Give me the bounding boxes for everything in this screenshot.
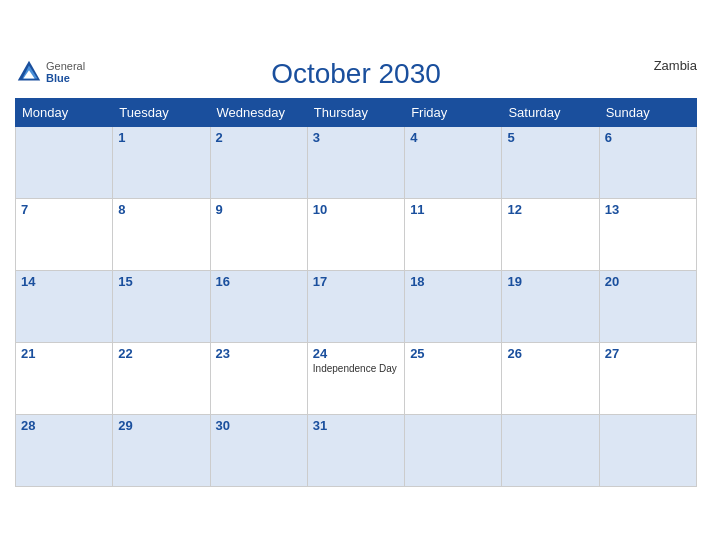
day-number: 24 (313, 346, 399, 361)
calendar-cell: 13 (599, 199, 696, 271)
calendar-week-4: 21222324Independence Day252627 (16, 343, 697, 415)
weekday-header-row: Monday Tuesday Wednesday Thursday Friday… (16, 99, 697, 127)
header-monday: Monday (16, 99, 113, 127)
logo-text: General Blue (46, 60, 85, 84)
day-number: 7 (21, 202, 107, 217)
calendar-cell (502, 415, 599, 487)
header-wednesday: Wednesday (210, 99, 307, 127)
header-thursday: Thursday (307, 99, 404, 127)
calendar-week-3: 14151617181920 (16, 271, 697, 343)
day-number: 1 (118, 130, 204, 145)
calendar-cell (599, 415, 696, 487)
calendar-cell: 23 (210, 343, 307, 415)
day-number: 23 (216, 346, 302, 361)
day-number: 5 (507, 130, 593, 145)
day-number: 17 (313, 274, 399, 289)
calendar-cell: 19 (502, 271, 599, 343)
day-number: 11 (410, 202, 496, 217)
day-number: 21 (21, 346, 107, 361)
calendar-cell: 16 (210, 271, 307, 343)
calendar-week-5: 28293031 (16, 415, 697, 487)
day-number: 15 (118, 274, 204, 289)
header-sunday: Sunday (599, 99, 696, 127)
calendar-cell: 3 (307, 127, 404, 199)
calendar-cell: 30 (210, 415, 307, 487)
calendar-cell: 21 (16, 343, 113, 415)
month-title: October 2030 (271, 58, 441, 90)
logo-area: General Blue (15, 58, 85, 86)
calendar-header: General Blue October 2030 Zambia (15, 58, 697, 90)
day-number: 12 (507, 202, 593, 217)
day-number: 2 (216, 130, 302, 145)
calendar-cell: 18 (405, 271, 502, 343)
day-number: 31 (313, 418, 399, 433)
calendar-cell: 7 (16, 199, 113, 271)
holiday-name: Independence Day (313, 363, 399, 374)
country-label: Zambia (654, 58, 697, 73)
day-number: 13 (605, 202, 691, 217)
day-number: 27 (605, 346, 691, 361)
day-number: 29 (118, 418, 204, 433)
day-number: 30 (216, 418, 302, 433)
calendar-cell: 24Independence Day (307, 343, 404, 415)
calendar-cell: 14 (16, 271, 113, 343)
day-number: 14 (21, 274, 107, 289)
day-number: 6 (605, 130, 691, 145)
calendar-cell: 4 (405, 127, 502, 199)
calendar-cell: 20 (599, 271, 696, 343)
generalblue-logo-icon (15, 58, 43, 86)
header-friday: Friday (405, 99, 502, 127)
calendar-cell: 8 (113, 199, 210, 271)
day-number: 8 (118, 202, 204, 217)
day-number: 18 (410, 274, 496, 289)
calendar-cell: 22 (113, 343, 210, 415)
day-number: 3 (313, 130, 399, 145)
calendar-cell: 1 (113, 127, 210, 199)
day-number: 10 (313, 202, 399, 217)
logo-blue: Blue (46, 72, 85, 84)
day-number: 25 (410, 346, 496, 361)
calendar-cell (405, 415, 502, 487)
calendar-cell: 10 (307, 199, 404, 271)
calendar-cell (16, 127, 113, 199)
calendar-cell: 27 (599, 343, 696, 415)
calendar-cell: 29 (113, 415, 210, 487)
header-tuesday: Tuesday (113, 99, 210, 127)
calendar-week-1: 123456 (16, 127, 697, 199)
calendar-cell: 6 (599, 127, 696, 199)
calendar-cell: 26 (502, 343, 599, 415)
day-number: 16 (216, 274, 302, 289)
calendar-week-2: 78910111213 (16, 199, 697, 271)
day-number: 9 (216, 202, 302, 217)
calendar-wrapper: General Blue October 2030 Zambia Monday … (0, 48, 712, 502)
calendar-cell: 15 (113, 271, 210, 343)
day-number: 26 (507, 346, 593, 361)
calendar-cell: 28 (16, 415, 113, 487)
header-saturday: Saturday (502, 99, 599, 127)
day-number: 19 (507, 274, 593, 289)
calendar-cell: 17 (307, 271, 404, 343)
calendar-cell: 25 (405, 343, 502, 415)
day-number: 22 (118, 346, 204, 361)
day-number: 28 (21, 418, 107, 433)
day-number: 20 (605, 274, 691, 289)
logo-general: General (46, 60, 85, 72)
calendar-cell: 31 (307, 415, 404, 487)
calendar-cell: 5 (502, 127, 599, 199)
calendar-cell: 11 (405, 199, 502, 271)
calendar-table: Monday Tuesday Wednesday Thursday Friday… (15, 98, 697, 487)
calendar-cell: 9 (210, 199, 307, 271)
calendar-cell: 2 (210, 127, 307, 199)
calendar-cell: 12 (502, 199, 599, 271)
day-number: 4 (410, 130, 496, 145)
